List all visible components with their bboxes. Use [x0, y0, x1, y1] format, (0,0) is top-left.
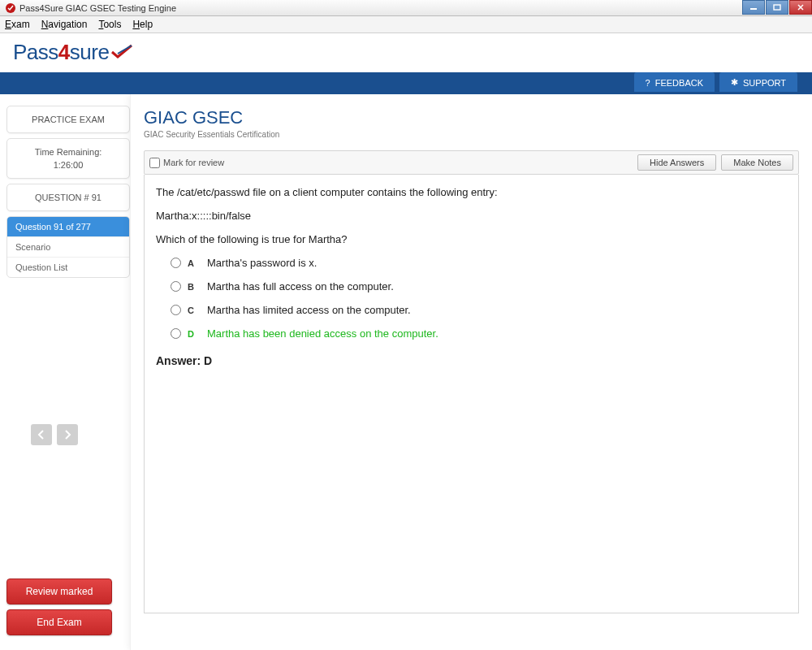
question-toolbar: Mark for review Hide Answers Make Notes [144, 150, 799, 175]
question-line-2: Martha:x:::::bin/false [156, 210, 787, 222]
app-icon [5, 2, 16, 14]
support-tab[interactable]: ✱ SUPPORT [719, 72, 797, 92]
question-box: The /cat/etc/passwd file on a client com… [144, 175, 799, 613]
gear-icon: ✱ [731, 77, 738, 88]
option-a-radio[interactable] [171, 258, 181, 268]
maximize-button[interactable] [766, 0, 788, 15]
logo-bar: Pass4sure [0, 33, 812, 72]
mark-review-checkbox[interactable] [149, 158, 160, 168]
time-panel: Time Remaining: 1:26:00 [6, 138, 130, 179]
sidebar-list: Question 91 of 277 Scenario Question Lis… [6, 216, 130, 278]
sidebar-item-current[interactable]: Question 91 of 277 [7, 217, 129, 237]
sidebar-item-list[interactable]: Question List [7, 258, 129, 277]
practice-panel: PRACTICE EXAM [6, 106, 130, 133]
nav-arrows [31, 424, 130, 445]
svg-rect-2 [774, 5, 780, 10]
question-icon: ? [646, 78, 650, 88]
question-line-3: Which of the following is true for Marth… [156, 233, 787, 245]
option-b-radio[interactable] [171, 281, 181, 292]
next-button[interactable] [57, 424, 78, 445]
minimize-button[interactable] [742, 0, 765, 15]
prev-button[interactable] [31, 424, 52, 445]
sidebar: PRACTICE EXAM Time Remaining: 1:26:00 QU… [0, 94, 130, 650]
review-marked-button[interactable]: Review marked [6, 578, 112, 604]
options: A Martha's password is x. B Martha has f… [171, 257, 787, 340]
titlebar: Pass4Sure GIAC GSEC Testing Engine [0, 0, 812, 16]
menu-exam[interactable]: Exam [5, 19, 30, 30]
option-b[interactable]: B Martha has full access on the computer… [171, 280, 787, 292]
window-buttons [741, 0, 812, 15]
main-content: GIAC GSEC GIAC Security Essentials Certi… [130, 94, 812, 650]
option-a[interactable]: A Martha's password is x. [171, 257, 787, 269]
menu-help[interactable]: Help [132, 19, 153, 30]
menubar: Exam Navigation Tools Help [0, 16, 812, 33]
svg-rect-1 [750, 8, 757, 10]
logo: Pass4sure [13, 40, 133, 67]
menu-tools[interactable]: Tools [98, 19, 121, 30]
option-c-radio[interactable] [171, 305, 181, 315]
blue-strip: ? FEEDBACK ✱ SUPPORT [0, 72, 812, 94]
time-value: 1:26:00 [12, 160, 124, 170]
option-d-radio[interactable] [171, 328, 181, 339]
sidebar-item-scenario[interactable]: Scenario [7, 237, 129, 258]
logo-check-icon [110, 41, 133, 66]
close-button[interactable] [789, 0, 812, 15]
window-title: Pass4Sure GIAC GSEC Testing Engine [19, 3, 176, 13]
page-title: GIAC GSEC [144, 107, 799, 128]
end-exam-button[interactable]: End Exam [6, 609, 112, 635]
answer-line: Answer: D [156, 354, 787, 367]
hide-answers-button[interactable]: Hide Answers [637, 154, 716, 171]
option-c[interactable]: C Martha has limited access on the compu… [171, 304, 787, 316]
feedback-tab[interactable]: ? FEEDBACK [634, 72, 715, 92]
question-num-panel: QUESTION # 91 [6, 184, 130, 211]
option-d[interactable]: D Martha has been denied access on the c… [171, 327, 787, 340]
page-subtitle: GIAC Security Essentials Certification [144, 130, 799, 139]
question-line-1: The /cat/etc/passwd file on a client com… [156, 186, 787, 198]
mark-review-label[interactable]: Mark for review [149, 158, 224, 168]
menu-navigation[interactable]: Navigation [41, 19, 88, 30]
make-notes-button[interactable]: Make Notes [721, 154, 793, 171]
